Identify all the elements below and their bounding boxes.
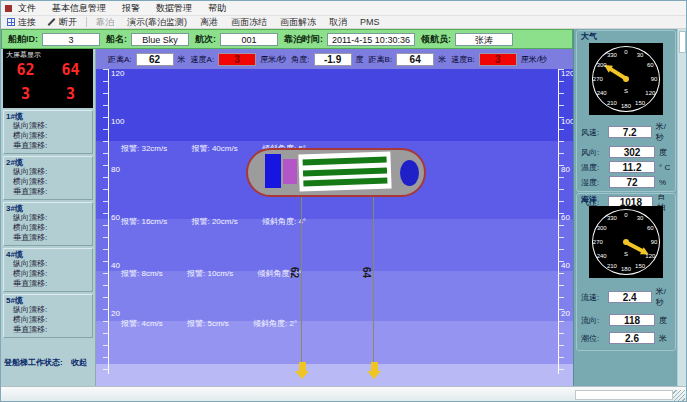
- menu-bar: 文件基本信息管理报警数据管理帮助: [1, 1, 686, 15]
- menu-item[interactable]: 帮助: [208, 2, 226, 15]
- menu-item[interactable]: 数据管理: [156, 2, 192, 15]
- info-input[interactable]: 3: [42, 33, 100, 46]
- field-value: 7.2: [608, 126, 652, 138]
- measure-unit: 米: [178, 54, 186, 65]
- hatch-stripe: [303, 167, 387, 176]
- info-field: 靠泊时间: 2011-4-15 10:30:36: [284, 33, 415, 46]
- info-input[interactable]: 张涛: [455, 33, 513, 46]
- measure-value: -1.9: [314, 53, 352, 66]
- cable-drift-longitudinal: 纵向漂移:: [6, 305, 90, 315]
- measure-unit: 厘米/秒: [521, 54, 547, 65]
- measure-field: 角度: -1.9 度: [291, 53, 363, 66]
- menu-item[interactable]: 基本信息管理: [52, 2, 106, 15]
- measure-label: 角度:: [291, 54, 309, 65]
- cable-group: 3#缆 纵向漂移: 横向漂移: 垂直漂移:: [3, 202, 93, 246]
- field-unit: ° C: [659, 163, 670, 172]
- cable-group: 5#缆 纵向漂移: 横向漂移: 垂直漂移:: [3, 294, 93, 338]
- cable-drift-lateral: 横向漂移:: [6, 177, 90, 187]
- toolbar-button[interactable]: PMS: [358, 17, 382, 27]
- menu-item[interactable]: 报警: [122, 2, 140, 15]
- ship-bow: [400, 160, 419, 186]
- gauge-south-label: S: [624, 88, 628, 94]
- weather-group: 大气 S 0306090120150180210240270300330 风速:…: [576, 30, 676, 192]
- panel-field: 湿度: 72 %: [581, 176, 673, 188]
- cable-name: 4#缆: [6, 250, 90, 259]
- connect-icon: [7, 18, 15, 26]
- measure-field: 距离B: 64 米: [369, 53, 447, 66]
- field-unit: 度: [659, 147, 667, 158]
- field-unit: 米/秒: [656, 121, 673, 143]
- tool-bar: 连接 断开 靠泊演示(靠泊监测)离港画面冻结画面解冻取消PMS: [1, 15, 686, 29]
- field-value: 11.2: [609, 161, 655, 173]
- field-label: 风向:: [581, 147, 609, 158]
- cable-drift-longitudinal: 纵向漂移:: [6, 167, 90, 177]
- measure-label: 距离B:: [369, 54, 393, 65]
- toolbar-button[interactable]: 取消: [327, 16, 349, 29]
- field-label: 温度:: [581, 162, 609, 173]
- disconnect-button[interactable]: 断开: [45, 16, 79, 29]
- weather-group-title: 大气: [581, 31, 597, 42]
- info-input[interactable]: 2011-4-15 10:30:36: [327, 33, 415, 46]
- cable-drift-lateral: 横向漂移:: [6, 131, 90, 141]
- info-label: 船舶ID:: [8, 33, 38, 46]
- connect-label: 连接: [18, 16, 36, 29]
- toolbar-button[interactable]: 靠泊: [94, 16, 116, 29]
- cable-drift-lateral: 横向漂移:: [6, 315, 90, 325]
- cable-drift-vertical: 垂直漂移:: [6, 279, 90, 289]
- info-input[interactable]: 001: [220, 33, 278, 46]
- field-value: 302: [609, 146, 655, 158]
- disconnect-icon: [48, 18, 56, 26]
- display-speed-a: 3: [21, 82, 30, 106]
- alarm-speed-b: 报警: 10cm/s: [187, 269, 233, 278]
- measurement-bar: 距离A: 62 米 速度A: 3 厘米/秒 角度: -1.9 度 距离B: 64…: [96, 49, 573, 69]
- distance-label-a: 62: [289, 267, 300, 278]
- info-label: 航次:: [195, 33, 216, 46]
- alarm-speed-b: 报警: 5cm/s: [187, 319, 229, 328]
- distance-line-b: [373, 197, 374, 367]
- scrollbar-thumb[interactable]: [679, 31, 686, 53]
- measure-value: 62: [136, 53, 174, 66]
- field-value: 118: [609, 314, 655, 326]
- resize-grip[interactable]: [673, 390, 685, 402]
- field-value: 72: [609, 176, 655, 188]
- alarm-speed-a: 报警: 32cm/s: [121, 144, 167, 153]
- display-distances: 62 64: [3, 58, 93, 82]
- alarm-speed-b: 报警: 20cm/s: [191, 217, 237, 226]
- toolbar-button[interactable]: 画面冻结: [229, 16, 269, 29]
- menu-item[interactable]: 文件: [18, 2, 36, 15]
- display-distance-b: 64: [61, 58, 79, 82]
- left-sidebar: 大屏幕显示 62 64 3 3 1#缆 纵向漂移: 横向漂移: 垂直漂移:: [1, 49, 96, 386]
- field-label: 湿度:: [581, 177, 609, 188]
- left-axis-labels: 12010080604020: [111, 69, 131, 386]
- ocean-group-title: 海洋: [581, 194, 597, 205]
- distance-arrow-b: [367, 362, 381, 379]
- cable-drift-lateral: 横向漂移:: [6, 223, 90, 233]
- panel-field: 温度: 11.2 ° C: [581, 161, 673, 173]
- toolbar-button[interactable]: 离港: [198, 16, 220, 29]
- ship-superstructure: [265, 154, 281, 188]
- berthing-chart: 12010080604020 12010080604020 报警: 32cm/s…: [96, 69, 573, 386]
- measure-value: 64: [396, 53, 434, 66]
- alarm-speed-a: 报警: 8cm/s: [121, 269, 163, 278]
- alarm-threshold-line: 报警: 4cm/s 报警: 5cm/s 倾斜角度: 2°: [121, 318, 319, 329]
- field-label: 潮位:: [581, 333, 609, 344]
- panel-field: 潮位: 2.6 米: [581, 332, 673, 344]
- info-input[interactable]: Blue Sky: [131, 33, 189, 46]
- distance-label-b: 64: [361, 267, 372, 278]
- panel-field: 流向: 118 度: [581, 314, 673, 326]
- info-label: 船名:: [106, 33, 127, 46]
- toolbar-button[interactable]: 画面解冻: [278, 16, 318, 29]
- gangway-value: 收起: [71, 358, 87, 367]
- scrollbar[interactable]: [677, 29, 687, 386]
- info-field: 船舶ID: 3: [8, 33, 100, 46]
- display-title: 大屏幕显示: [6, 50, 41, 60]
- info-label: 领航员:: [421, 33, 451, 46]
- connect-button[interactable]: 连接: [5, 16, 38, 29]
- cable-group: 2#缆 纵向漂移: 横向漂移: 垂直漂移:: [3, 156, 93, 200]
- measure-value: 3: [479, 53, 517, 66]
- display-distance-a: 62: [16, 58, 34, 82]
- toolbar-button[interactable]: 演示(靠泊监测): [125, 16, 189, 29]
- hatch-stripe: [303, 178, 387, 187]
- measure-unit: 度: [356, 54, 364, 65]
- ship-graphic: [246, 148, 426, 197]
